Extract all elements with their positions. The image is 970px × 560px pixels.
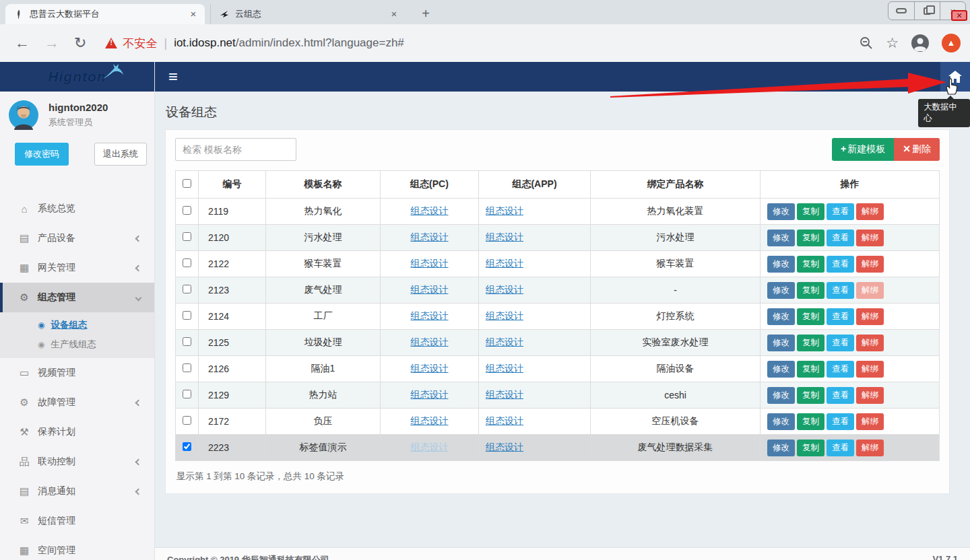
action-edit-button[interactable]: 修改 bbox=[767, 308, 795, 325]
action-view-button[interactable]: 查看 bbox=[827, 308, 854, 325]
action-edit-button[interactable]: 修改 bbox=[767, 256, 795, 273]
action-edit-button[interactable]: 修改 bbox=[767, 440, 795, 456]
pc-config-link[interactable]: 组态设计 bbox=[411, 389, 449, 400]
row-checkbox[interactable] bbox=[183, 363, 191, 372]
action-copy-button[interactable]: 复制 bbox=[797, 335, 825, 351]
row-checkbox[interactable] bbox=[183, 258, 191, 267]
action-view-button[interactable]: 查看 bbox=[827, 440, 854, 456]
action-unbind-button[interactable]: 解绑 bbox=[856, 361, 884, 378]
action-view-button[interactable]: 查看 bbox=[827, 256, 854, 273]
action-copy-button[interactable]: 复制 bbox=[797, 413, 825, 430]
action-copy-button[interactable]: 复制 bbox=[797, 361, 825, 378]
address-path[interactable]: /admin/index.html?language=zh# bbox=[236, 36, 404, 50]
sidebar-item-sms-management[interactable]: ✉短信管理 bbox=[0, 506, 154, 536]
action-edit-button[interactable]: 修改 bbox=[767, 387, 795, 404]
action-copy-button[interactable]: 复制 bbox=[797, 230, 825, 246]
action-unbind-button[interactable]: 解绑 bbox=[856, 256, 884, 273]
pc-config-link[interactable]: 组态设计 bbox=[411, 205, 449, 216]
sidebar-subitem-device-config[interactable]: ◉设备组态 bbox=[0, 315, 154, 335]
sidebar-item-product-device[interactable]: ▤产品设备 bbox=[0, 223, 154, 253]
extension-update-icon[interactable]: ▲ bbox=[942, 34, 961, 53]
browser-tab-inactive[interactable]: 云组态 × bbox=[210, 4, 406, 24]
back-icon[interactable]: ← bbox=[15, 34, 30, 52]
sidebar-item-system-overview[interactable]: ⌂系统总览 bbox=[0, 194, 154, 223]
app-config-link[interactable]: 组态设计 bbox=[486, 284, 523, 295]
delete-button[interactable]: ✕删除 bbox=[894, 138, 940, 161]
action-view-button[interactable]: 查看 bbox=[827, 282, 854, 299]
row-checkbox[interactable] bbox=[183, 285, 191, 293]
create-template-button[interactable]: +新建模板 bbox=[832, 138, 894, 161]
row-checkbox[interactable] bbox=[183, 337, 191, 346]
action-unbind-button[interactable]: 解绑 bbox=[856, 440, 884, 456]
pc-config-link[interactable]: 组态设计 bbox=[411, 310, 449, 321]
action-copy-button[interactable]: 复制 bbox=[797, 256, 825, 273]
app-config-link[interactable]: 组态设计 bbox=[486, 415, 523, 426]
hamburger-menu-icon[interactable]: ≡ bbox=[168, 69, 178, 85]
row-checkbox[interactable] bbox=[183, 311, 191, 320]
window-restore-button[interactable] bbox=[914, 2, 940, 20]
bookmark-star-icon[interactable]: ☆ bbox=[886, 35, 899, 51]
row-checkbox[interactable] bbox=[183, 416, 191, 425]
action-edit-button[interactable]: 修改 bbox=[767, 230, 795, 246]
app-config-link[interactable]: 组态设计 bbox=[486, 363, 523, 374]
search-input[interactable] bbox=[175, 138, 296, 161]
sidebar-item-fault-management[interactable]: ⚙故障管理 bbox=[0, 388, 154, 417]
address-input[interactable]: iot.idosp.net bbox=[174, 36, 236, 50]
pc-config-link[interactable]: 组态设计 bbox=[411, 232, 449, 242]
browser-tab-active[interactable]: 思普云大数据平台 × bbox=[5, 4, 205, 24]
action-view-button[interactable]: 查看 bbox=[827, 335, 854, 351]
action-unbind-button[interactable]: 解绑 bbox=[856, 203, 884, 220]
app-config-link[interactable]: 组态设计 bbox=[486, 232, 523, 242]
action-unbind-button[interactable]: 解绑 bbox=[856, 413, 884, 430]
pc-config-link[interactable]: 组态设计 bbox=[411, 442, 449, 452]
app-config-link[interactable]: 组态设计 bbox=[486, 442, 523, 452]
action-edit-button[interactable]: 修改 bbox=[767, 282, 795, 299]
action-view-button[interactable]: 查看 bbox=[827, 230, 854, 246]
change-password-button[interactable]: 修改密码 bbox=[15, 143, 69, 166]
action-edit-button[interactable]: 修改 bbox=[767, 203, 795, 220]
pc-config-link[interactable]: 组态设计 bbox=[411, 284, 449, 295]
select-all-checkbox[interactable] bbox=[183, 179, 191, 188]
pc-config-link[interactable]: 组态设计 bbox=[411, 363, 449, 374]
sidebar-item-maintenance-plan[interactable]: ⚒保养计划 bbox=[0, 417, 154, 447]
action-edit-button[interactable]: 修改 bbox=[767, 361, 795, 378]
row-checkbox[interactable] bbox=[183, 232, 191, 241]
app-config-link[interactable]: 组态设计 bbox=[486, 258, 523, 269]
pc-config-link[interactable]: 组态设计 bbox=[411, 337, 449, 347]
action-unbind-button[interactable]: 解绑 bbox=[856, 335, 884, 351]
reload-icon[interactable]: ↻ bbox=[74, 34, 86, 52]
action-view-button[interactable]: 查看 bbox=[827, 413, 854, 430]
sidebar-item-linkage-control[interactable]: 品联动控制 bbox=[0, 447, 154, 477]
action-unbind-button[interactable]: 解绑 bbox=[856, 387, 884, 404]
action-copy-button[interactable]: 复制 bbox=[797, 203, 825, 220]
app-config-link[interactable]: 组态设计 bbox=[486, 205, 523, 216]
forward-icon[interactable]: → bbox=[44, 34, 59, 52]
action-edit-button[interactable]: 修改 bbox=[767, 413, 795, 430]
action-view-button[interactable]: 查看 bbox=[827, 361, 854, 378]
sidebar-item-message-notification[interactable]: ▤消息通知 bbox=[0, 477, 154, 506]
window-close-button[interactable]: × ✕ bbox=[940, 2, 965, 20]
action-copy-button[interactable]: 复制 bbox=[797, 282, 825, 299]
security-label[interactable]: 不安全 bbox=[123, 36, 157, 51]
row-checkbox[interactable] bbox=[183, 442, 191, 451]
zoom-out-icon[interactable] bbox=[859, 36, 874, 50]
action-view-button[interactable]: 查看 bbox=[827, 387, 854, 404]
pc-config-link[interactable]: 组态设计 bbox=[411, 415, 449, 426]
sidebar-item-space-management[interactable]: ▦空间管理 bbox=[0, 536, 154, 560]
action-unbind-button[interactable]: 解绑 bbox=[856, 308, 884, 325]
row-checkbox[interactable] bbox=[183, 206, 191, 215]
app-config-link[interactable]: 组态设计 bbox=[486, 389, 523, 400]
pc-config-link[interactable]: 组态设计 bbox=[411, 258, 449, 269]
action-copy-button[interactable]: 复制 bbox=[797, 387, 825, 404]
tab-close-icon[interactable]: × bbox=[187, 8, 199, 20]
profile-icon[interactable] bbox=[911, 34, 930, 53]
tab-close-icon[interactable]: × bbox=[388, 8, 400, 20]
action-unbind-button[interactable]: 解绑 bbox=[856, 282, 884, 299]
row-checkbox[interactable] bbox=[183, 390, 191, 398]
sidebar-item-video-management[interactable]: ▭视频管理 bbox=[0, 358, 154, 388]
action-copy-button[interactable]: 复制 bbox=[797, 440, 825, 456]
app-config-link[interactable]: 组态设计 bbox=[486, 337, 523, 347]
sidebar-item-config-management[interactable]: ⚙组态管理 bbox=[0, 283, 154, 312]
sidebar-subitem-production-line-config[interactable]: ◉生产线组态 bbox=[0, 335, 154, 354]
action-copy-button[interactable]: 复制 bbox=[797, 308, 825, 325]
